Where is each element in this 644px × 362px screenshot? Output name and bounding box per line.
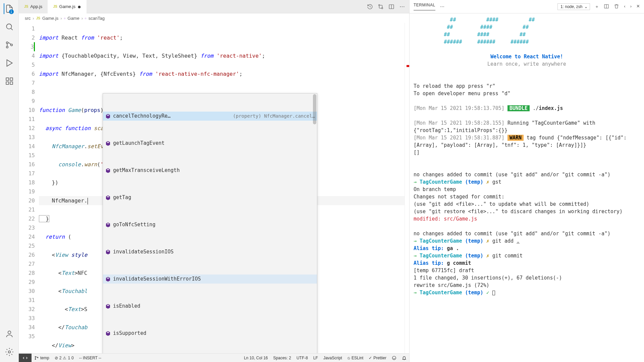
split-editor-icon[interactable] — [388, 4, 394, 10]
eol[interactable]: LF — [311, 356, 321, 360]
breadcrumb-item[interactable]: Game.js — [42, 16, 58, 21]
svg-point-0 — [6, 24, 11, 29]
remote-icon[interactable] — [19, 354, 32, 362]
svg-point-1 — [6, 42, 8, 44]
svg-point-2 — [6, 46, 8, 48]
terminal-panel: TERMINAL ⋯ 1: node, zsh ⌄ ＋ ‹ › ✕ ## ###… — [409, 0, 644, 362]
feedback-icon[interactable] — [389, 356, 399, 360]
suggest-item[interactable]: getMaxTransceiveLength — [103, 166, 317, 175]
more-icon[interactable] — [399, 4, 405, 10]
js-icon: JS — [36, 16, 40, 20]
chevron-down-icon: ⌄ — [584, 4, 588, 9]
debug-icon[interactable] — [4, 58, 15, 68]
encoding[interactable]: UTF-8 — [294, 356, 311, 360]
suggest-scrollbar[interactable] — [313, 94, 316, 124]
line-gutter: 1234567891011121314151617181920212223242… — [19, 23, 39, 353]
kill-terminal-icon[interactable] — [614, 4, 619, 10]
svg-point-19 — [392, 356, 396, 360]
svg-point-16 — [35, 356, 36, 357]
breadcrumb-item[interactable]: Game — [67, 16, 79, 21]
svg-point-8 — [8, 331, 11, 334]
tab-app-js[interactable]: JSApp.js — [19, 0, 48, 13]
autocomplete-popup[interactable]: cancelTechnologyRe…(property) NfcManager… — [103, 93, 317, 353]
source-control-icon[interactable] — [4, 40, 15, 50]
eslint[interactable]: ⦸ ESLint — [345, 356, 366, 360]
suggest-item[interactable]: invalidateSessionIOS — [103, 247, 317, 256]
tab-game-js[interactable]: JSGame.js● — [48, 0, 87, 13]
svg-point-3 — [10, 44, 12, 46]
explorer-badge: 1 — [9, 9, 14, 14]
close-panel-icon[interactable]: ✕ — [636, 4, 640, 10]
svg-point-11 — [382, 7, 383, 9]
terminal-output[interactable]: ## #### ## ## #### ## ## #### ## ###### … — [410, 13, 644, 362]
svg-rect-5 — [6, 82, 9, 84]
explorer-icon[interactable]: 1 — [4, 3, 14, 14]
indent[interactable]: Spaces: 2 — [271, 356, 294, 360]
extensions-icon[interactable] — [4, 76, 15, 86]
tab-label: Game.js — [59, 4, 75, 9]
suggest-item[interactable]: isSupported — [103, 329, 317, 338]
svg-point-14 — [402, 6, 402, 7]
bell-icon[interactable] — [399, 356, 409, 360]
breadcrumb[interactable]: src› JS Game.js› ▫Game› ▫scanTag — [19, 13, 409, 23]
svg-point-9 — [8, 351, 10, 353]
language-mode[interactable]: JavaScript — [321, 356, 345, 360]
more-icon[interactable]: ⋯ — [440, 4, 444, 9]
cursor-position[interactable]: Ln 10, Col 16 — [241, 356, 270, 360]
svg-point-10 — [379, 4, 380, 6]
prev-terminal-icon[interactable]: ‹ — [624, 4, 625, 10]
breadcrumb-item[interactable]: scanTag — [89, 16, 105, 21]
terminal-tab[interactable]: TERMINAL — [414, 3, 435, 10]
git-branch[interactable]: temp — [32, 356, 52, 360]
tab-label: App.js — [30, 4, 42, 9]
status-bar: temp ⊘2 ⚠1 0 -- INSERT -- Ln 10, Col 16 … — [19, 353, 409, 362]
new-terminal-icon[interactable]: ＋ — [595, 4, 599, 10]
problems[interactable]: ⊘2 ⚠1 0 — [52, 356, 76, 360]
svg-rect-4 — [6, 78, 9, 80]
account-icon[interactable] — [4, 328, 15, 339]
breadcrumb-item[interactable]: src — [25, 16, 31, 21]
settings-icon[interactable] — [4, 347, 15, 357]
prettier[interactable]: ✓ Prettier — [366, 356, 389, 360]
js-icon: JS — [53, 5, 57, 8]
js-icon: JS — [24, 5, 28, 8]
split-terminal-icon[interactable] — [604, 4, 609, 10]
code-editor[interactable]: 1234567891011121314151617181920212223242… — [19, 23, 409, 353]
suggest-item[interactable]: getLaunchTagEvent — [103, 139, 317, 148]
svg-point-13 — [400, 6, 401, 7]
code-area[interactable]: import React from 'react'; import {Touch… — [39, 23, 405, 353]
diff-icon[interactable] — [378, 4, 384, 10]
svg-rect-6 — [10, 82, 13, 84]
activity-bar: 1 — [0, 0, 19, 362]
suggest-item[interactable]: invalidateSessionWithErrorIOS — [103, 275, 317, 284]
suggest-item[interactable]: goToNfcSetting — [103, 220, 317, 229]
terminal-selector[interactable]: 1: node, zsh ⌄ — [557, 3, 590, 10]
editor-tabs: JSApp.js JSGame.js● — [19, 0, 409, 13]
suggest-item[interactable]: cancelTechnologyRe…(property) NfcManager… — [103, 112, 317, 121]
svg-point-17 — [35, 359, 36, 359]
next-terminal-icon[interactable]: › — [630, 4, 632, 10]
method-icon — [105, 113, 111, 119]
search-icon[interactable] — [4, 21, 15, 32]
svg-point-15 — [404, 6, 404, 7]
svg-rect-7 — [10, 78, 13, 80]
minimap[interactable] — [405, 23, 409, 353]
suggest-item[interactable]: getTag — [103, 193, 317, 202]
timeline-icon[interactable] — [367, 4, 373, 10]
suggest-item[interactable]: isEnabled — [103, 302, 317, 311]
vim-mode: -- INSERT -- — [76, 356, 104, 360]
